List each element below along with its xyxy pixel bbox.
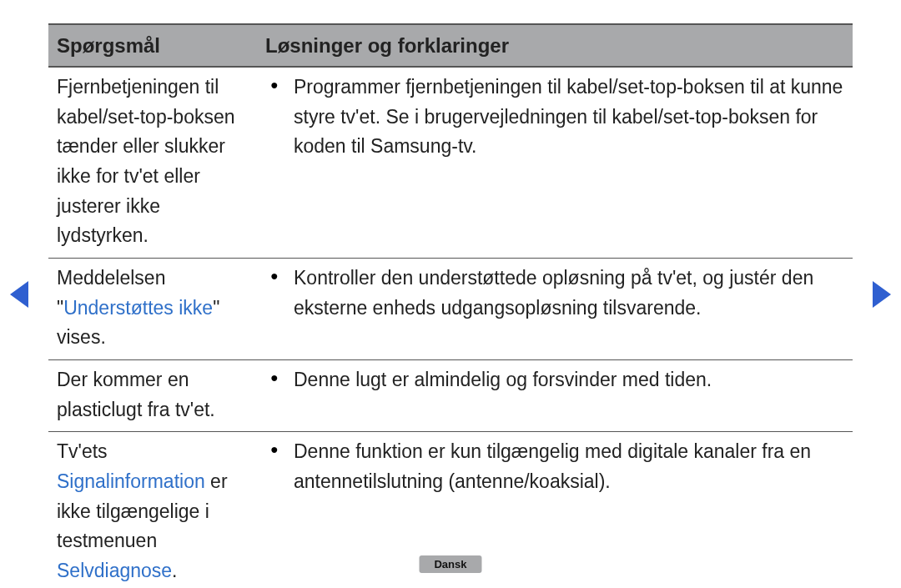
table-body: Fjernbetjeningen til kabel/set-top-bokse… [48,67,853,588]
solution-cell: Denne funktion er kun tilgængelig med di… [257,432,853,588]
solution-list: Programmer fjernbetjeningen til kabel/se… [265,73,844,162]
solution-cell: Programmer fjernbetjeningen til kabel/se… [257,67,853,258]
question-cell: Der kommer en plasticlugt fra tv'et. [48,359,257,431]
solution-list: Kontroller den understøttede opløsning p… [265,264,844,323]
question-text: Fjernbetjeningen til kabel/set-top-bokse… [57,76,235,246]
question-highlight: Signalinformation [57,470,205,492]
solution-list: Denne lugt er almindelig og forsvinder m… [265,365,844,395]
table-row: Fjernbetjeningen til kabel/set-top-bokse… [48,67,853,258]
table-row: Meddelelsen "Understøttes ikke" vises.Ko… [48,259,853,360]
solution-item: Kontroller den understøttede opløsning p… [265,264,844,323]
nav-next-icon[interactable] [873,281,891,308]
header-question: Spørgsmål [48,24,257,67]
page-content: Spørgsmål Løsninger og forklaringer Fjer… [48,23,853,565]
troubleshoot-table: Spørgsmål Løsninger og forklaringer Fjer… [48,23,853,588]
question-cell: Meddelelsen "Understøttes ikke" vises. [48,259,257,360]
language-badge: Dansk [419,555,481,573]
question-cell: Tv'ets Signalinformation er ikke tilgæng… [48,432,257,588]
question-cell: Fjernbetjeningen til kabel/set-top-bokse… [48,67,257,258]
question-text: . [172,560,177,581]
solution-item: Denne lugt er almindelig og forsvinder m… [265,365,844,395]
table-row: Der kommer en plasticlugt fra tv'et.Denn… [48,359,853,431]
solution-item: Denne funktion er kun tilgængelig med di… [265,437,844,496]
table-header-row: Spørgsmål Løsninger og forklaringer [48,24,853,67]
solution-list: Denne funktion er kun tilgængelig med di… [265,437,844,496]
question-text: Tv'ets [57,440,108,462]
question-highlight: Selvdiagnose [57,560,172,581]
nav-prev-icon[interactable] [10,281,28,308]
solution-cell: Denne lugt er almindelig og forsvinder m… [257,359,853,431]
header-solution: Løsninger og forklaringer [257,24,853,67]
solution-item: Programmer fjernbetjeningen til kabel/se… [265,73,844,162]
solution-cell: Kontroller den understøttede opløsning p… [257,259,853,360]
question-text: Der kommer en plasticlugt fra tv'et. [57,369,215,420]
question-highlight: Understøttes ikke [63,297,213,319]
